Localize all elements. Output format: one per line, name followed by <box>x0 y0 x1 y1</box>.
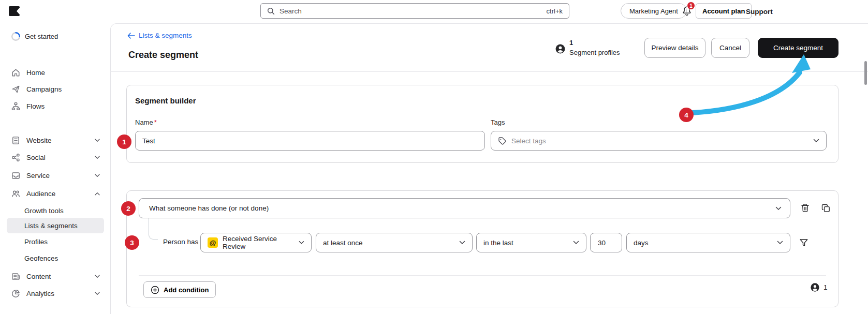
search-field[interactable] <box>279 7 542 15</box>
sidebar-item-label: Home <box>26 69 45 77</box>
create-segment-button[interactable]: Create segment <box>758 38 838 58</box>
vertical-scrollbar[interactable] <box>864 61 867 85</box>
tags-placeholder: Select tags <box>511 137 546 145</box>
sidebar-item-content[interactable]: Content <box>7 268 104 284</box>
timeframe-number-input[interactable] <box>590 233 622 252</box>
annotation-step-2: 2 <box>121 201 136 216</box>
annotation-step-4: 4 <box>679 108 694 122</box>
condition-definition-value: What someone has done (or not done) <box>149 204 269 212</box>
condition-prefix-label: Person has <box>163 238 198 246</box>
sidebar-item-analytics[interactable]: Analytics <box>7 286 104 301</box>
sidebar-item-profiles[interactable]: Profiles <box>7 234 104 249</box>
sidebar-item-label: Website <box>26 137 52 144</box>
notification-count-badge: 1 <box>687 2 695 10</box>
tag-icon <box>498 137 507 145</box>
sidebar-item-label: Geofences <box>24 255 58 262</box>
delete-condition-button[interactable] <box>798 201 812 215</box>
marketing-agent-button[interactable]: Marketing Agent <box>621 3 687 19</box>
copy-icon <box>821 204 830 213</box>
sidebar-item-growth-tools[interactable]: Growth tools <box>7 203 104 218</box>
header-divider <box>110 71 868 72</box>
progress-ring-icon <box>11 32 21 41</box>
sidebar-item-label: Content <box>26 273 51 280</box>
timeframe-unit-select[interactable]: days <box>626 233 790 252</box>
name-label: Name* <box>135 118 157 126</box>
sidebar-item-get-started[interactable]: Get started <box>11 32 58 41</box>
chevron-down-icon <box>95 174 100 177</box>
timeframe-unit-value: days <box>634 239 649 247</box>
search-icon <box>267 7 275 15</box>
metric-value: Received Service Review <box>223 235 294 250</box>
support-link[interactable]: Support <box>746 0 773 23</box>
profile-circle-icon <box>555 43 566 54</box>
social-icon <box>11 153 20 162</box>
add-condition-button[interactable]: Add condition <box>143 281 216 298</box>
chevron-down-icon <box>459 241 465 245</box>
annotation-step-3: 3 <box>125 235 139 250</box>
content-icon <box>11 272 20 281</box>
account-plan-button[interactable]: Account plan <box>696 3 752 19</box>
segment-builder-card: Segment builder Name* Tags Select tags <box>126 85 838 163</box>
flows-icon <box>11 102 20 111</box>
app-window: ctrl+k Marketing Agent 1 Account plan Su… <box>0 0 868 314</box>
metric-select[interactable]: @ Received Service Review <box>200 233 312 252</box>
filter-condition-button[interactable] <box>797 235 811 250</box>
sidebar-item-label: Growth tools <box>24 207 64 215</box>
frequency-select[interactable]: at least once <box>316 233 473 252</box>
service-review-metric-icon: @ <box>208 237 218 248</box>
sidebar-item-label: Flows <box>26 102 45 110</box>
condition-matching-count: 1 <box>823 283 828 291</box>
tags-label: Tags <box>491 118 505 126</box>
inbox-icon <box>11 171 20 180</box>
sidebar-item-lists-segments[interactable]: Lists & segments <box>7 218 104 233</box>
sidebar-item-flows[interactable]: Flows <box>7 98 104 114</box>
segment-name-input[interactable] <box>135 131 485 151</box>
chevron-down-icon <box>775 206 782 211</box>
sidebar-item-label: Lists & segments <box>24 222 78 230</box>
plus-circle-icon <box>151 286 159 294</box>
page-title: Create segment <box>128 50 198 61</box>
audience-icon <box>11 189 20 198</box>
breadcrumb[interactable]: Lists & segments <box>127 32 192 39</box>
sidebar-item-social[interactable]: Social <box>7 149 104 165</box>
sidebar-item-label: Social <box>26 154 46 161</box>
sidebar-item-service[interactable]: Service <box>7 168 104 183</box>
chevron-down-icon <box>95 275 100 278</box>
profile-circle-icon <box>810 282 820 292</box>
chevron-down-icon <box>95 292 100 295</box>
add-condition-label: Add condition <box>164 286 209 294</box>
search-shortcut: ctrl+k <box>547 7 563 15</box>
home-icon <box>11 68 20 77</box>
condition-connector-line <box>149 218 158 240</box>
card-title: Segment builder <box>135 96 196 105</box>
preview-details-button[interactable]: Preview details <box>644 38 705 58</box>
chevron-down-icon <box>95 139 100 142</box>
breadcrumb-label: Lists & segments <box>139 32 192 39</box>
sidebar-item-label: Get started <box>25 33 58 40</box>
sidebar-item-label: Audience <box>26 190 55 198</box>
chevron-down-icon <box>777 241 783 245</box>
sidebar-item-geofences[interactable]: Geofences <box>7 250 104 266</box>
chevron-up-icon <box>95 192 100 196</box>
tags-select[interactable]: Select tags <box>491 131 827 151</box>
sidebar-item-home[interactable]: Home <box>7 65 104 80</box>
sidebar-item-audience[interactable]: Audience <box>7 186 104 201</box>
sidebar-item-label: Analytics <box>26 290 54 297</box>
sidebar-item-campaigns[interactable]: Campaigns <box>7 81 104 97</box>
klaviyo-logo-icon[interactable] <box>9 6 20 16</box>
name-label-text: Name <box>135 118 153 126</box>
search-input[interactable]: ctrl+k <box>260 3 569 19</box>
sidebar-item-label: Profiles <box>24 238 48 246</box>
segment-profiles-count: 1 <box>569 39 573 47</box>
chevron-down-icon <box>813 139 819 143</box>
sidebar-item-website[interactable]: Website <box>7 132 104 148</box>
duplicate-condition-button[interactable] <box>819 201 832 215</box>
timeframe-select[interactable]: in the last <box>476 233 586 252</box>
sidebar-item-label: Service <box>26 172 50 180</box>
cancel-button[interactable]: Cancel <box>711 38 749 58</box>
required-asterisk: * <box>154 118 157 126</box>
notifications-button[interactable]: 1 <box>680 4 696 19</box>
condition-definition-select[interactable]: What someone has done (or not done) <box>139 198 790 218</box>
timeframe-value: in the last <box>483 239 513 247</box>
segment-profiles-label: Segment profiles <box>569 49 620 56</box>
